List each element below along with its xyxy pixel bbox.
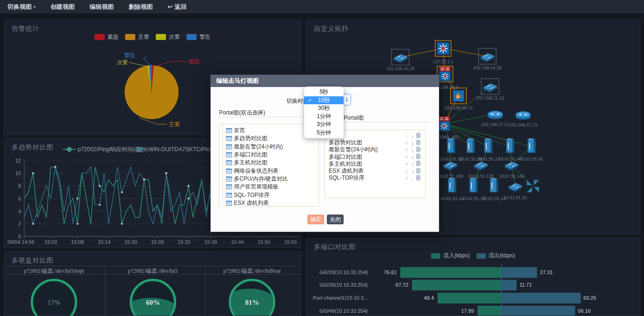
switch-node-icon[interactable] (444, 162, 457, 170)
trash-icon[interactable] (416, 160, 421, 166)
dropdown-option[interactable]: 5分钟 (304, 129, 344, 137)
menu-switch-view[interactable]: 切换视图 ▾ (0, 0, 43, 14)
firewall-node-icon[interactable] (451, 88, 466, 104)
move-up-icon[interactable]: ↑ (404, 154, 410, 160)
move-up-icon[interactable]: ↑ (404, 175, 410, 181)
data-point[interactable] (165, 172, 167, 174)
data-point[interactable] (32, 172, 34, 174)
trash-icon[interactable] (416, 175, 421, 181)
server-node-icon[interactable] (447, 138, 455, 153)
select-stepper-icon[interactable]: ▲▼ (343, 94, 350, 105)
portal-tree-item[interactable]: 多CPU/内存/硬盘对比 (219, 175, 319, 183)
server-node-icon[interactable] (506, 138, 514, 153)
inflow-bar[interactable] (400, 267, 501, 278)
dropdown-option[interactable]: ✓15秒 (304, 96, 344, 105)
data-point[interactable] (54, 166, 56, 168)
menu-back[interactable]: ↩ 返回 (160, 0, 194, 14)
delete-item[interactable] (416, 160, 421, 168)
dropdown-option[interactable]: 30秒 (304, 104, 344, 113)
trash-icon[interactable] (416, 139, 421, 145)
move-down-icon[interactable]: ↓ (410, 161, 416, 167)
data-point[interactable] (187, 197, 189, 199)
delete-item[interactable] (416, 153, 421, 161)
switch-node-icon[interactable] (478, 48, 496, 64)
move-up-icon[interactable]: ↑ (404, 140, 410, 146)
hub-node-icon[interactable] (435, 40, 451, 56)
menu-edit-view[interactable]: 编辑视图 (82, 0, 121, 14)
data-point[interactable] (99, 185, 100, 187)
server-node-icon[interactable] (490, 178, 498, 193)
switch-node-icon[interactable] (505, 162, 518, 170)
move-down-icon[interactable]: ↓ (410, 168, 416, 174)
server-node-icon[interactable] (448, 178, 456, 193)
ok-button[interactable]: 确定 (307, 215, 324, 224)
move-down-icon[interactable]: ↓ (410, 154, 416, 160)
data-point[interactable] (76, 223, 78, 225)
dropdown-option[interactable]: 5秒 (304, 88, 344, 96)
server-node-icon[interactable] (485, 138, 492, 153)
move-up-icon[interactable]: ↑ (404, 161, 410, 167)
stack-node-icon[interactable] (438, 116, 450, 131)
portal-tree-item[interactable]: 网络设备状态列表 (219, 167, 319, 175)
server-node-icon[interactable] (467, 138, 475, 153)
portal-tree-item[interactable]: 用户首页展现模板 (219, 183, 319, 191)
trash-icon[interactable] (416, 168, 421, 174)
delete-item[interactable] (416, 168, 421, 175)
inflow-bar[interactable] (412, 280, 501, 290)
panel-multi-port: 多端口对比图 流入(kbps)流出(kbps) Gi0/29(10.10.33.… (306, 238, 640, 316)
node-label: 10.61.91.41 (520, 156, 543, 161)
portal-tree-item[interactable]: SQL-TOP排序 (219, 191, 319, 199)
data-point[interactable] (121, 191, 123, 193)
outflow-bar[interactable] (501, 280, 517, 290)
trash-icon[interactable] (416, 146, 421, 152)
delete-item[interactable] (416, 132, 421, 140)
move-down-icon[interactable]: ↓ (410, 175, 416, 181)
data-point[interactable] (76, 197, 78, 199)
portal-tree-item[interactable]: 最新告警(24小时内) (219, 143, 319, 151)
server-node-icon[interactable] (470, 178, 478, 193)
dropdown-option[interactable]: 3分钟 (304, 121, 344, 129)
menu-create-view[interactable]: 创建视图 (43, 0, 82, 14)
stack-node-icon[interactable] (437, 66, 453, 82)
outflow-bar[interactable] (501, 267, 537, 278)
legend-item[interactable]: 流入(kbps) (431, 252, 470, 260)
pie-callout-line (129, 62, 150, 67)
selected-portal-row: 多主机对比图↑↓ (325, 161, 425, 168)
menu-delete-view[interactable]: 删除视图 (121, 0, 160, 14)
delete-item[interactable] (416, 146, 421, 154)
data-point[interactable] (143, 179, 145, 181)
toolbar: 切换视图 ▾ 创建视图 编辑视图 删除视图 ↩ 返回 (0, 0, 644, 14)
trash-icon[interactable] (416, 132, 421, 138)
legend-item[interactable]: 流出(kbps) (477, 252, 515, 260)
inflow-bar[interactable] (438, 293, 501, 303)
switch-node-icon[interactable] (509, 183, 522, 192)
move-up-icon[interactable]: ↑ (404, 147, 410, 153)
delete-item[interactable] (416, 139, 421, 147)
delete-item[interactable] (416, 175, 421, 182)
portal-tree-item[interactable]: 多主机对比图 (219, 159, 319, 167)
data-point[interactable] (121, 223, 123, 225)
dropdown-option[interactable]: 1分钟 (304, 113, 344, 121)
selected-portal-list[interactable]: ↑↓多趋势对比图↑↓最新告警(24小时内)↑↓多端口对比图↑↓多主机对比图↑↓E… (325, 130, 426, 198)
move-down-icon[interactable]: ↓ (410, 133, 416, 139)
trash-icon[interactable] (416, 153, 421, 159)
data-point[interactable] (32, 223, 34, 225)
outflow-bar[interactable] (501, 293, 581, 303)
portal-tree-item[interactable]: ESX 虚机列表 (219, 199, 319, 207)
move-up-icon[interactable]: ↑ (404, 168, 410, 174)
router-node-icon[interactable] (488, 111, 503, 120)
close-button[interactable]: 关闭 (327, 215, 344, 224)
outflow-bar[interactable] (501, 306, 575, 316)
switch-node-icon[interactable] (481, 79, 499, 94)
router-node-icon[interactable] (516, 112, 531, 120)
move-down-icon[interactable]: ↓ (410, 147, 416, 153)
move-down-icon[interactable]: ↓ (410, 140, 416, 146)
data-point[interactable] (99, 204, 100, 206)
portal-tree-item[interactable]: 多端口对比图 (219, 151, 319, 159)
server-node-icon[interactable] (528, 138, 536, 153)
data-point[interactable] (187, 185, 189, 187)
switch-node-icon[interactable] (392, 49, 409, 65)
switch-node-icon[interactable] (474, 162, 488, 170)
inflow-bar[interactable] (478, 306, 501, 316)
move-up-icon[interactable]: ↑ (404, 133, 410, 139)
